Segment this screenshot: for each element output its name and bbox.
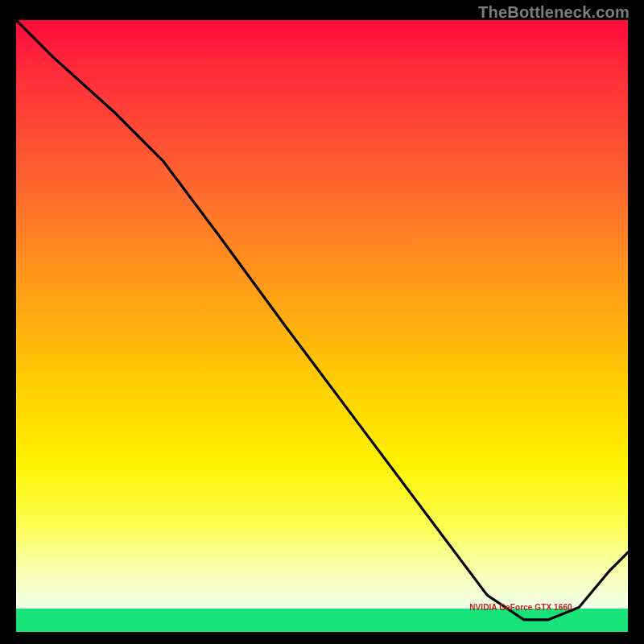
chart-stage: TheBottleneck.com NVIDIA GeForce GTX 166… — [0, 0, 644, 644]
plot-area: NVIDIA GeForce GTX 1660 — [16, 20, 628, 632]
series-line-bottleneck-curve — [16, 20, 628, 620]
chart-svg — [16, 20, 628, 632]
annotation-gpu-label: NVIDIA GeForce GTX 1660 — [469, 603, 572, 612]
watermark-text: TheBottleneck.com — [478, 3, 630, 22]
